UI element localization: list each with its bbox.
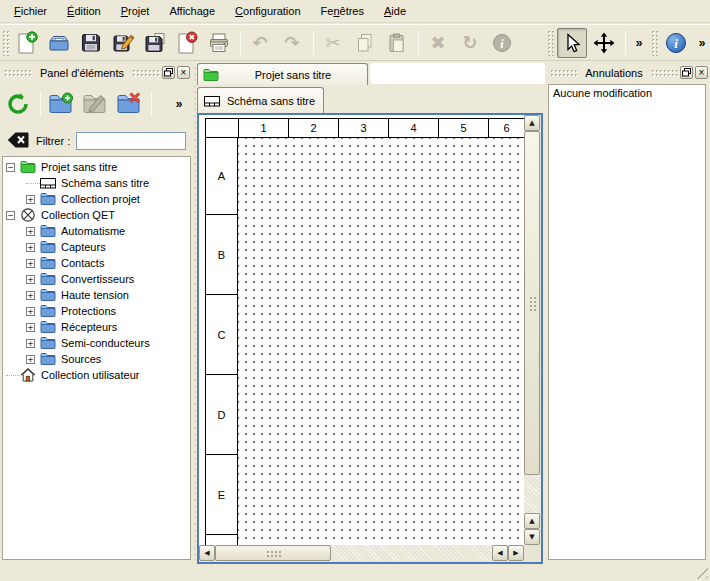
expand-expander-icon[interactable]: +: [26, 307, 35, 316]
new-category-button[interactable]: [45, 88, 77, 120]
tree-item-haute-tension[interactable]: +Haute tension: [3, 287, 190, 303]
expand-expander-icon[interactable]: +: [26, 275, 35, 284]
collapse-expander-icon[interactable]: −: [6, 211, 15, 220]
schema-row-label-E: E: [206, 455, 237, 535]
horizontal-scrollbar[interactable]: ◀ ◀ ▶: [199, 545, 524, 562]
v-scroll-up-button-2[interactable]: ▲: [524, 513, 540, 529]
v-scroll-track[interactable]: [524, 475, 540, 513]
expand-expander-icon[interactable]: +: [26, 323, 35, 332]
toolbar-drag-handle[interactable]: [547, 30, 554, 56]
tree-item-automatisme[interactable]: +Automatisme: [3, 223, 190, 239]
expand-expander-icon[interactable]: +: [26, 195, 35, 204]
schema-column-label-2: 2: [289, 119, 339, 137]
tree-item-label: Haute tension: [61, 289, 129, 301]
panel-float-button[interactable]: [162, 66, 175, 79]
tree-item-collection-qet[interactable]: −Collection QET: [3, 207, 190, 223]
tree-item-semi-conducteurs[interactable]: +Semi-conducteurs: [3, 335, 190, 351]
folder-icon: [40, 335, 56, 351]
tree-item-convertisseurs[interactable]: +Convertisseurs: [3, 271, 190, 287]
dock-handle-texture: [651, 69, 678, 77]
save-as-button[interactable]: [108, 28, 138, 58]
save-button[interactable]: [76, 28, 106, 58]
close-document-icon: [175, 31, 199, 55]
menu-item-edition[interactable]: Édition: [57, 0, 111, 23]
new-document-button[interactable]: [12, 28, 42, 58]
delete-button: ✖: [423, 28, 453, 58]
toolbar-overflow-button[interactable]: »: [693, 28, 710, 58]
thumb-grip: [265, 549, 281, 557]
filter-clear-button[interactable]: [6, 132, 30, 150]
tree-item-protections[interactable]: +Protections: [3, 303, 190, 319]
menu-item-fenetres[interactable]: Fenêtres: [311, 0, 374, 23]
undo-list-item[interactable]: Aucune modification: [553, 87, 701, 99]
h-scroll-left-button-2[interactable]: ◀: [492, 545, 508, 561]
tree-item-label: Protections: [61, 305, 116, 317]
collections-toolbar-overflow-button[interactable]: »: [170, 89, 188, 119]
toolbar-drag-handle[interactable]: [651, 30, 658, 56]
move-mode-button[interactable]: [589, 28, 619, 58]
tree-item-sources[interactable]: +Sources: [3, 351, 190, 367]
undo-panel-float-button[interactable]: [680, 66, 693, 79]
toolbar-drag-handle[interactable]: [2, 30, 9, 56]
expand-expander-icon[interactable]: +: [26, 259, 35, 268]
undo-history-list[interactable]: Aucune modification: [548, 84, 706, 560]
cut-icon: ✂: [325, 34, 340, 52]
menu-item-aide[interactable]: Aide: [374, 0, 416, 23]
delete-category-button[interactable]: [113, 88, 145, 120]
tree-item-contacts[interactable]: +Contacts: [3, 255, 190, 271]
paste-icon: [385, 31, 409, 55]
elements-panel-title: Panel d'éléments: [32, 67, 132, 79]
panel-close-button[interactable]: ×: [177, 66, 190, 79]
delete-folder-icon: [116, 91, 142, 117]
reload-collections-button[interactable]: [2, 88, 34, 120]
tree-connector: [26, 183, 40, 184]
menu-item-fichier[interactable]: Fichier: [4, 0, 57, 23]
tree-item-label: Collection QET: [41, 209, 115, 221]
h-scroll-thumb[interactable]: [215, 545, 331, 561]
open-document-button[interactable]: [44, 28, 74, 58]
tree-item-recepteurs[interactable]: +Récepteurs: [3, 319, 190, 335]
tree-item-schema-sans-titre[interactable]: Schéma sans titre: [3, 175, 190, 191]
collapse-expander-icon[interactable]: −: [6, 163, 15, 172]
expand-expander-icon[interactable]: +: [26, 291, 35, 300]
print-button[interactable]: [204, 28, 234, 58]
tab-schema[interactable]: Schéma sans titre: [197, 87, 324, 113]
save-icon: [79, 31, 103, 55]
tree-item-capteurs[interactable]: +Capteurs: [3, 239, 190, 255]
vertical-scrollbar[interactable]: ▲ ▲ ▼: [524, 115, 541, 562]
v-scroll-thumb[interactable]: [524, 131, 540, 475]
save-all-button[interactable]: [140, 28, 170, 58]
expand-expander-icon[interactable]: +: [26, 227, 35, 236]
rotate-button: ↻: [455, 28, 485, 58]
expand-expander-icon[interactable]: +: [26, 243, 35, 252]
expand-expander-icon[interactable]: +: [26, 355, 35, 364]
undo-panel-close-button[interactable]: ×: [695, 66, 708, 79]
h-scroll-left-button[interactable]: ◀: [199, 545, 215, 561]
menu-item-configuration[interactable]: Configuration: [225, 0, 310, 23]
about-button[interactable]: i: [661, 28, 691, 58]
tree-item-projet-sans-titre[interactable]: −Projet sans titre: [3, 159, 190, 175]
folder-icon: [40, 287, 56, 303]
expand-expander-icon[interactable]: +: [26, 339, 35, 348]
menu-item-projet[interactable]: Projet: [111, 0, 160, 23]
toolbar-separator: [625, 31, 626, 55]
tree-item-collection-projet[interactable]: +Collection projet: [3, 191, 190, 207]
tab-schema-label: Schéma sans titre: [227, 95, 315, 107]
tab-project[interactable]: Projet sans titre: [197, 63, 368, 85]
v-scroll-up-button[interactable]: ▲: [524, 115, 540, 131]
schema-column-header: 123456: [205, 118, 524, 138]
schema-view[interactable]: 123456 ABCDE ▲ ▲ ▼ ◀ ◀ ▶: [197, 113, 543, 564]
close-document-button[interactable]: [172, 28, 202, 58]
tree-item-collection-utilisateur[interactable]: Collection utilisateur: [3, 367, 190, 383]
v-scroll-down-button[interactable]: ▼: [524, 529, 540, 545]
tree-item-label: Capteurs: [61, 241, 106, 253]
filter-input[interactable]: [76, 132, 186, 150]
toolbar-overflow-button[interactable]: »: [630, 28, 648, 58]
menu-item-affichage[interactable]: Affichage: [159, 0, 225, 23]
schema-canvas[interactable]: 123456 ABCDE: [199, 115, 524, 545]
h-scroll-right-button[interactable]: ▶: [508, 545, 524, 561]
select-mode-button[interactable]: [557, 28, 587, 58]
resize-grip[interactable]: [694, 565, 708, 579]
h-scroll-track[interactable]: [331, 545, 492, 561]
toolbar-separator: [313, 31, 314, 55]
